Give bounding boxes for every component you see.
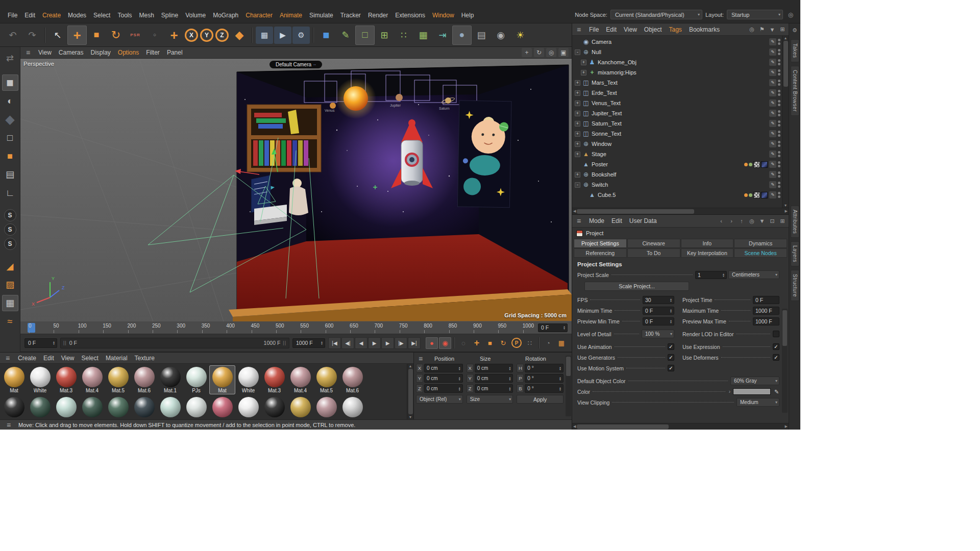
- record-rotation-toggle[interactable]: ↻: [497, 337, 509, 349]
- volume-menu[interactable]: ▦: [413, 26, 433, 45]
- viewport-canvas[interactable]: Venus Jupiter Saturn: [20, 59, 572, 321]
- display-tag[interactable]: [749, 163, 752, 166]
- view-label[interactable]: Perspective: [23, 61, 54, 67]
- status-menu-icon[interactable]: [4, 421, 13, 429]
- attribute-menu-icon[interactable]: [574, 217, 583, 225]
- visibility-dots[interactable]: [778, 171, 780, 178]
- attribute-tab[interactable]: Dynamics: [734, 239, 787, 248]
- rotate-tool[interactable]: ↻: [106, 26, 126, 45]
- object-manager-menu-icon[interactable]: [574, 26, 583, 34]
- field-spinner[interactable]: [508, 366, 511, 370]
- object-row[interactable]: - Null: [574, 47, 780, 57]
- attr-lock-icon[interactable]: ⊡: [768, 217, 776, 225]
- layer-tag[interactable]: [769, 181, 776, 188]
- viewport-menu-item[interactable]: Panel: [163, 47, 186, 58]
- material-swatch[interactable]: [80, 396, 105, 418]
- material-menu-item[interactable]: Select: [78, 353, 102, 363]
- axis-mode-button[interactable]: ∟: [2, 185, 18, 201]
- layer-tag[interactable]: [769, 99, 776, 107]
- render-view-button[interactable]: ▦: [256, 27, 273, 44]
- uvw-tag[interactable]: [753, 192, 760, 198]
- object-menu-item[interactable]: Object: [641, 24, 666, 35]
- texture-mode-button[interactable]: ◐: [2, 93, 18, 109]
- magnet-button[interactable]: ≈: [2, 313, 18, 330]
- object-menu-item[interactable]: View: [620, 24, 641, 35]
- object-row[interactable]: Poster: [574, 159, 780, 169]
- viewport-menu-item[interactable]: Filter: [142, 47, 163, 58]
- expand-toggle[interactable]: -: [575, 182, 580, 188]
- visibility-dots[interactable]: [778, 39, 780, 45]
- eyedropper-icon[interactable]: [773, 388, 779, 395]
- live-selection-tool[interactable]: ↖: [48, 26, 67, 45]
- object-row[interactable]: + Sonne_Text: [574, 129, 780, 139]
- material-swatch[interactable]: Mat.1: [158, 366, 183, 394]
- checkbox[interactable]: [668, 343, 674, 350]
- material-swatch[interactable]: [158, 396, 183, 418]
- size-field[interactable]: 0 cm: [475, 364, 513, 372]
- visibility-dots[interactable]: [778, 161, 780, 167]
- anim-start-field[interactable]: 0 F: [24, 338, 57, 348]
- object-label[interactable]: Poster: [592, 161, 608, 167]
- project-scale-field[interactable]: 1: [695, 271, 727, 279]
- position-field[interactable]: 0 cm: [424, 364, 463, 372]
- phong-tag[interactable]: [744, 193, 748, 197]
- object-label[interactable]: Jupiter_Text: [592, 110, 622, 116]
- rotation-field[interactable]: 0 °: [525, 384, 564, 393]
- anim-end-field[interactable]: 1000 F: [292, 338, 325, 348]
- record-keyframe-button[interactable]: ●: [426, 337, 438, 349]
- attribute-tab[interactable]: To Do: [627, 248, 680, 258]
- material-swatch[interactable]: Mat.3: [54, 366, 79, 394]
- material-swatch[interactable]: Mat.5: [314, 366, 339, 394]
- visibility-dots[interactable]: [778, 192, 780, 198]
- current-frame-field[interactable]: 0 F: [538, 323, 568, 332]
- field-spinner[interactable]: [508, 377, 511, 381]
- dock-tab[interactable]: Layers: [791, 241, 799, 266]
- node-space-dropdown[interactable]: Current (Standard/Physical): [610, 10, 702, 19]
- attribute-tab[interactable]: Referencing: [574, 248, 627, 258]
- range-right-grip[interactable]: ||: [283, 340, 286, 345]
- goto-start-button[interactable]: |◀: [328, 337, 341, 349]
- coord-mode-dropdown[interactable]: Object (Rel): [416, 395, 463, 404]
- object-row[interactable]: - Switch: [574, 180, 780, 190]
- nav-up-icon[interactable]: ↑: [738, 217, 746, 225]
- object-label[interactable]: Bookshelf: [592, 171, 616, 178]
- checkbox[interactable]: [668, 365, 674, 371]
- texture-tag[interactable]: [761, 192, 768, 198]
- move-tool[interactable]: +: [67, 26, 87, 45]
- model-mode-button[interactable]: ■: [2, 74, 18, 91]
- material-swatch[interactable]: [236, 396, 261, 418]
- zoom-view-icon[interactable]: ◎: [546, 48, 556, 57]
- camera-menu[interactable]: ◉: [491, 26, 510, 45]
- subdivide-menu[interactable]: ⊞: [375, 26, 394, 45]
- material-swatch[interactable]: Mat.3: [262, 366, 287, 394]
- om-filter-icon[interactable]: ▼: [768, 26, 776, 34]
- menubar-item[interactable]: Mesh: [135, 10, 157, 20]
- record-position-toggle[interactable]: +: [471, 337, 483, 349]
- field-spinner[interactable]: [559, 387, 562, 391]
- number-field[interactable]: 1000 F: [753, 317, 779, 325]
- record-scale-toggle[interactable]: ■: [484, 337, 496, 349]
- light-menu[interactable]: ☀: [510, 26, 530, 45]
- menubar-item[interactable]: Render: [364, 10, 391, 20]
- coord-size-dropdown[interactable]: Size: [467, 395, 513, 404]
- expand-chevron-icon[interactable]: [729, 389, 730, 394]
- menubar-item[interactable]: Extensions: [391, 10, 429, 20]
- rotation-field[interactable]: 0 °: [525, 374, 564, 383]
- layer-tag[interactable]: [769, 120, 776, 127]
- material-swatch[interactable]: [132, 396, 157, 418]
- pan-view-icon[interactable]: +: [522, 48, 532, 57]
- hatch-fill-button[interactable]: ▨: [2, 277, 18, 293]
- prev-key-button[interactable]: ◀|: [341, 337, 354, 349]
- object-row[interactable]: + Window: [574, 139, 780, 149]
- om-add-icon[interactable]: ⊞: [778, 26, 787, 34]
- layer-tag[interactable]: [769, 79, 776, 86]
- size-field[interactable]: 0 cm: [475, 374, 513, 383]
- material-menu-item[interactable]: Material: [102, 353, 131, 363]
- object-label[interactable]: Window: [592, 141, 611, 147]
- layer-tag[interactable]: [769, 110, 776, 117]
- object-label[interactable]: Saturn_Text: [592, 120, 622, 127]
- layer-tag[interactable]: [769, 140, 776, 147]
- expand-toggle[interactable]: -: [575, 49, 580, 55]
- visibility-dots[interactable]: [778, 69, 780, 76]
- goto-end-button[interactable]: ▶|: [408, 337, 421, 349]
